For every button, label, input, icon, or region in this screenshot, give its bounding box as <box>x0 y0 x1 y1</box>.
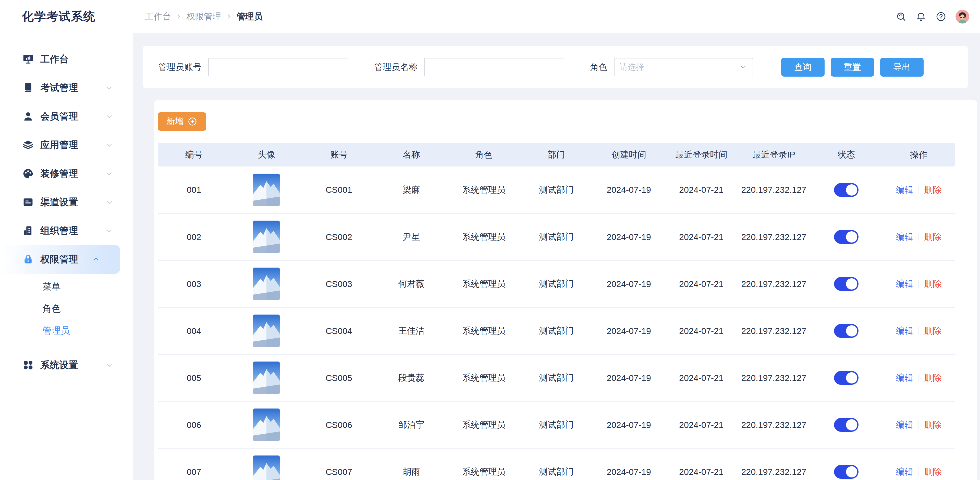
avatar-image <box>253 221 280 253</box>
chevron-down-icon <box>105 84 113 92</box>
sidebar-item-label: 工作台 <box>40 53 68 65</box>
cell-department: 测试部门 <box>520 448 593 480</box>
status-toggle[interactable] <box>834 371 859 385</box>
edit-link[interactable]: 编辑 <box>896 466 913 478</box>
cell-name: 王佳洁 <box>375 308 448 354</box>
sidebar-item-exam-management[interactable]: 考试管理 <box>0 73 133 102</box>
delete-link[interactable]: 删除 <box>924 466 942 478</box>
sidebar-item-label: 组织管理 <box>40 225 78 237</box>
status-toggle[interactable] <box>834 230 859 244</box>
cell-created-time: 2024-07-19 <box>593 166 665 214</box>
column-header: 状态 <box>810 143 883 166</box>
edit-link[interactable]: 编辑 <box>896 278 913 290</box>
help-icon[interactable] <box>935 11 946 22</box>
cell-last-login-time: 2024-07-21 <box>665 308 738 354</box>
export-button[interactable]: 导出 <box>880 58 924 77</box>
status-toggle[interactable] <box>834 183 859 197</box>
sidebar-item-label: 装修管理 <box>40 167 78 180</box>
role-select[interactable]: 请选择 <box>614 58 753 77</box>
action-divider <box>918 327 919 335</box>
cell-actions: 编辑 删除 <box>883 214 955 260</box>
edit-link[interactable]: 编辑 <box>896 372 913 384</box>
chevron-down-icon <box>105 141 113 149</box>
delete-link[interactable]: 删除 <box>924 419 942 431</box>
cell-account: CS006 <box>303 401 375 448</box>
cell-actions: 编辑 删除 <box>883 401 955 448</box>
cell-avatar <box>230 308 303 354</box>
sidebar-subitem-menu[interactable]: 菜单 <box>0 276 133 298</box>
delete-link[interactable]: 删除 <box>924 278 942 290</box>
cell-last-login-ip: 220.197.232.127 <box>738 401 810 448</box>
lock-icon <box>22 254 34 265</box>
cell-avatar <box>230 214 303 260</box>
notification-bell-icon[interactable] <box>916 11 926 22</box>
sidebar-item-label: 渠道设置 <box>40 196 78 209</box>
delete-link[interactable]: 删除 <box>924 372 942 384</box>
card-icon <box>22 196 34 208</box>
cell-created-time: 2024-07-19 <box>593 308 665 354</box>
cell-status <box>810 448 883 480</box>
sidebar-submenu: 菜单角色管理员 <box>0 276 133 341</box>
edit-link[interactable]: 编辑 <box>896 184 913 196</box>
sidebar-item-channel-settings[interactable]: 渠道设置 <box>0 188 133 217</box>
delete-link[interactable]: 删除 <box>924 184 942 196</box>
delete-link[interactable]: 删除 <box>924 325 942 337</box>
avatar-image <box>253 174 280 206</box>
sidebar-item-app-management[interactable]: 应用管理 <box>0 131 133 159</box>
cell-status <box>810 260 883 308</box>
user-icon <box>22 111 34 122</box>
cell-name: 胡雨 <box>375 448 448 480</box>
status-toggle[interactable] <box>834 418 859 432</box>
reset-button[interactable]: 重置 <box>831 58 874 77</box>
cell-department: 测试部门 <box>520 308 593 354</box>
cell-department: 测试部门 <box>520 166 593 214</box>
cell-id: 007 <box>158 448 230 480</box>
cell-created-time: 2024-07-19 <box>593 260 665 308</box>
table-row: 005 CS005 段贵蕊 系统管理员 测试部门 2024-07-19 2024… <box>158 354 955 401</box>
cell-status <box>810 214 883 260</box>
edit-link[interactable]: 编辑 <box>896 419 913 431</box>
sidebar-subitem-admin[interactable]: 管理员 <box>0 320 133 341</box>
breadcrumb-item-workbench[interactable]: 工作台 <box>145 11 171 22</box>
chevron-down-icon <box>105 198 113 206</box>
cell-name: 梁麻 <box>375 166 448 214</box>
filter-panel: 管理员账号 管理员名称 角色 请选择 查询 重置 导出 <box>143 46 968 88</box>
sidebar-subitem-role[interactable]: 角色 <box>0 298 133 320</box>
status-toggle[interactable] <box>834 324 859 338</box>
status-toggle[interactable] <box>834 465 859 479</box>
cell-actions: 编辑 删除 <box>883 308 955 354</box>
search-button[interactable]: 查询 <box>781 58 824 77</box>
breadcrumb-item-permission[interactable]: 权限管理 <box>186 11 221 22</box>
sidebar-item-workbench[interactable]: 工作台 <box>0 45 133 73</box>
column-header: 名称 <box>375 143 448 166</box>
filter-name-group: 管理员名称 <box>374 58 563 77</box>
cell-status <box>810 308 883 354</box>
sidebar-item-organization-management[interactable]: 组织管理 <box>0 217 133 245</box>
delete-link[interactable]: 删除 <box>924 231 942 243</box>
add-button[interactable]: 新增 <box>158 112 206 131</box>
breadcrumb: 工作台 › 权限管理 › 管理员 <box>145 0 262 33</box>
sidebar-menu: 工作台考试管理会员管理应用管理装修管理渠道设置组织管理权限管理菜单角色管理员系统… <box>0 45 133 380</box>
action-divider <box>918 421 919 429</box>
sidebar-item-label: 权限管理 <box>40 253 78 266</box>
cell-actions: 编辑 删除 <box>883 260 955 308</box>
cell-account: CS005 <box>303 354 375 401</box>
cell-name: 段贵蕊 <box>375 354 448 401</box>
sidebar-item-permission-management[interactable]: 权限管理 <box>0 245 120 274</box>
cell-role: 系统管理员 <box>448 354 520 401</box>
sidebar-item-member-management[interactable]: 会员管理 <box>0 102 133 131</box>
edit-link[interactable]: 编辑 <box>896 231 913 243</box>
user-avatar[interactable] <box>956 10 969 24</box>
cell-last-login-time: 2024-07-21 <box>665 166 738 214</box>
status-toggle[interactable] <box>834 277 859 291</box>
column-header: 部门 <box>520 143 593 166</box>
admin-account-input[interactable] <box>208 58 347 77</box>
admin-name-input[interactable] <box>424 58 563 77</box>
sidebar-item-decoration-management[interactable]: 装修管理 <box>0 159 133 188</box>
sidebar-item-system-settings[interactable]: 系统设置 <box>0 351 133 380</box>
cell-avatar <box>230 354 303 401</box>
edit-link[interactable]: 编辑 <box>896 325 913 337</box>
table-row: 002 CS002 尹星 系统管理员 测试部门 2024-07-19 2024-… <box>158 214 955 260</box>
sidebar-item-label: 应用管理 <box>40 139 78 151</box>
search-icon[interactable] <box>896 11 907 22</box>
